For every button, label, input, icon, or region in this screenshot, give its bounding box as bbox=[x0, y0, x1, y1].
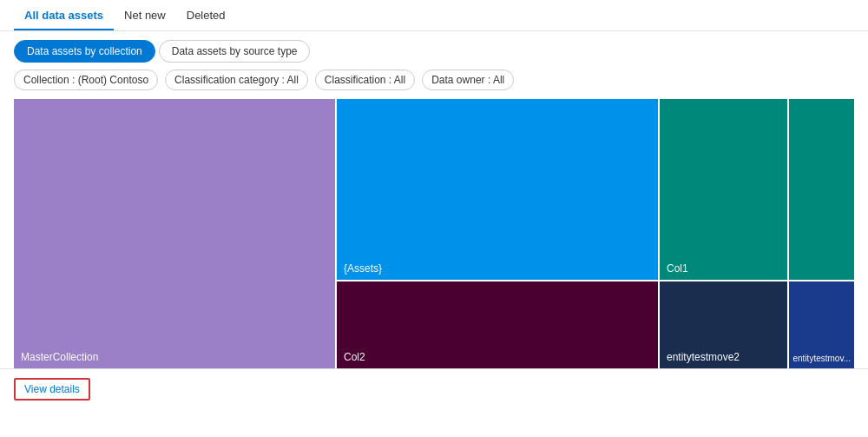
top-tabs: All data assets Net new Deleted bbox=[0, 0, 868, 31]
tab-all-data-assets[interactable]: All data assets bbox=[14, 2, 114, 30]
filter-row: Collection : (Root) Contoso Classificati… bbox=[0, 70, 868, 99]
treemap-block-col2[interactable]: Col2 bbox=[337, 281, 658, 368]
tab-net-new[interactable]: Net new bbox=[114, 2, 176, 30]
filter-classification[interactable]: Classification : All bbox=[315, 70, 415, 90]
treemap-block-col2-label: Col2 bbox=[337, 346, 372, 368]
treemap-block-assets-label: {Assets} bbox=[337, 257, 389, 280]
treemap-block-master-label: MasterCollection bbox=[14, 346, 105, 368]
toggle-by-source-type[interactable]: Data assets by source type bbox=[159, 40, 311, 63]
treemap-block-col1-label: Col1 bbox=[660, 257, 695, 280]
toggle-by-collection[interactable]: Data assets by collection bbox=[14, 40, 155, 63]
view-details-row: View details bbox=[0, 369, 868, 409]
treemap-block-entitytestmove2-label: entitytestmove2 bbox=[660, 346, 746, 368]
treemap-right-col: Col1 entitytestmove2 bbox=[660, 99, 787, 368]
treemap-block-entitytestmov[interactable]: entitytestmov... bbox=[789, 281, 854, 368]
treemap-block-col1[interactable]: Col1 bbox=[660, 99, 787, 280]
filter-collection[interactable]: Collection : (Root) Contoso bbox=[14, 70, 158, 90]
treemap-block-master[interactable]: MasterCollection bbox=[14, 99, 335, 368]
treemap-block-entitytestmov-label: entitytestmov... bbox=[789, 348, 854, 368]
treemap-far-right-col: entitytestmov... bbox=[789, 99, 854, 368]
treemap-block-entitytestmove2[interactable]: entitytestmove2 bbox=[660, 281, 787, 368]
view-details-button[interactable]: View details bbox=[14, 378, 90, 401]
treemap-block-assets[interactable]: {Assets} bbox=[337, 99, 658, 280]
toggle-row: Data assets by collection Data assets by… bbox=[0, 31, 868, 70]
tab-deleted[interactable]: Deleted bbox=[176, 2, 236, 30]
treemap-middle-col: {Assets} Col2 bbox=[337, 99, 658, 368]
treemap: MasterCollection {Assets} Col2 Col1 enti… bbox=[14, 99, 854, 368]
treemap-block-entity3-top[interactable] bbox=[789, 99, 854, 280]
filter-data-owner[interactable]: Data owner : All bbox=[422, 70, 514, 90]
filter-classification-category[interactable]: Classification category : All bbox=[165, 70, 308, 90]
